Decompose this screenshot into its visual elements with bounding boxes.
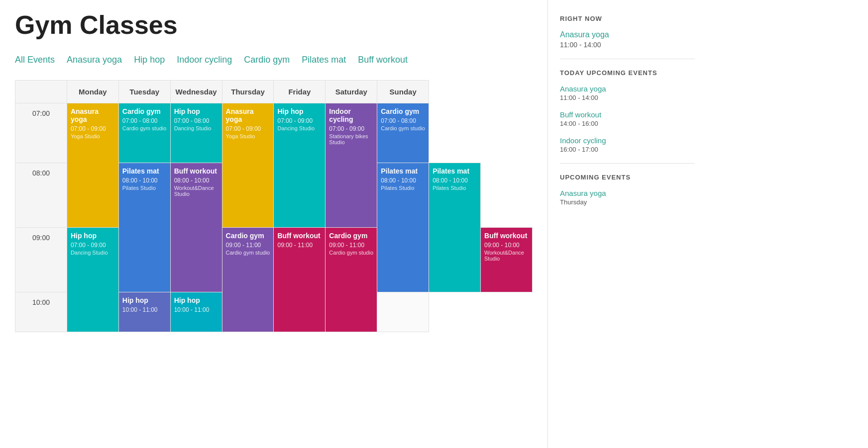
schedule-table: Monday Tuesday Wednesday Thursday Friday… [15,80,533,332]
event-hiphop-wed[interactable]: Hip hop 07:00 - 08:00 Dancing Studio [171,103,222,163]
cell-wed-8[interactable]: Buff workout 08:00 - 10:00 Workout&Dance… [170,163,222,292]
cell-tue-8[interactable]: Pilates mat 08:00 - 10:00 Pilates Studio [118,163,170,292]
upcoming-item-1: Anasura yoga Thursday [560,189,695,206]
col-header-saturday: Saturday [326,81,377,103]
col-header-monday: Monday [67,81,118,103]
cell-sun-9[interactable]: Buff workout 09:00 - 10:00 Workout&Dance… [481,228,533,292]
filter-pilates[interactable]: Pilates mat [302,55,346,65]
cell-tue-7[interactable]: Cardio gym 07:00 - 08:00 Cardio gym stud… [118,103,170,163]
col-header-time [15,81,67,103]
right-now-time: 11:00 - 14:00 [560,41,695,49]
cell-fri-7[interactable]: Hip hop 07:00 - 09:00 Dancing Studio [274,103,326,228]
filter-hiphop[interactable]: Hip hop [134,55,165,65]
upcoming-item-1-link[interactable]: Anasura yoga [560,189,695,197]
time-label-10: 10:00 [15,292,67,332]
time-row-7: 07:00 Anasura yoga 07:00 - 09:00 Yoga St… [15,103,533,163]
event-cardio-sun[interactable]: Cardio gym 07:00 - 08:00 Cardio gym stud… [377,103,429,163]
event-pilates-sun[interactable]: Pilates mat 08:00 - 10:00 Pilates Studio [429,163,480,292]
time-label-9: 09:00 [15,228,67,292]
today-item-3-link[interactable]: Indoor cycling [560,136,695,145]
event-cardio-sat[interactable]: Cardio gym 09:00 - 11:00 Cardio gym stud… [326,228,377,332]
event-hiphop-tue[interactable]: Hip hop 10:00 - 11:00 [119,292,170,332]
event-hiphop-mon[interactable]: Hip hop 07:00 - 09:00 Dancing Studio [67,228,118,332]
today-upcoming-heading: TODAY UPCOMING EVENTS [560,69,695,77]
filter-cardio[interactable]: Cardio gym [244,55,290,65]
col-header-sunday: Sunday [377,81,429,103]
right-now-link[interactable]: Anasura yoga [560,30,695,39]
time-label-7: 07:00 [15,103,67,163]
col-header-friday: Friday [274,81,326,103]
cell-mon-9[interactable]: Hip hop 07:00 - 09:00 Dancing Studio [67,228,118,332]
col-header-wednesday: Wednesday [170,81,222,103]
cell-wed-7[interactable]: Hip hop 07:00 - 08:00 Dancing Studio [170,103,222,163]
today-item-3: Indoor cycling 16:00 - 17:00 [560,136,695,153]
event-hiphop-wed-10[interactable]: Hip hop 10:00 - 11:00 [171,292,222,332]
today-item-1-time: 11:00 - 14:00 [560,94,695,101]
event-anasura-mon[interactable]: Anasura yoga 07:00 - 09:00 Yoga Studio [67,103,118,227]
right-now-item: Anasura yoga 11:00 - 14:00 [560,30,695,49]
event-buff-wed[interactable]: Buff workout 08:00 - 10:00 Workout&Dance… [171,163,222,292]
col-header-tuesday: Tuesday [118,81,170,103]
event-hiphop-fri[interactable]: Hip hop 07:00 - 09:00 Dancing Studio [274,103,325,227]
cell-sun-7[interactable]: Cardio gym 07:00 - 08:00 Cardio gym stud… [377,103,429,163]
cell-fri-9[interactable]: Buff workout 09:00 - 11:00 [274,228,326,332]
event-cardio-tue[interactable]: Cardio gym 07:00 - 08:00 Cardio gym stud… [119,103,170,163]
upcoming-item-1-time: Thursday [560,198,695,206]
today-item-2: Buff workout 14:00 - 16:00 [560,110,695,127]
col-header-thursday: Thursday [222,81,274,103]
cell-sat-9[interactable]: Cardio gym 09:00 - 11:00 Cardio gym stud… [326,228,377,332]
divider-2 [560,163,695,164]
event-cardio-thu[interactable]: Cardio gym 09:00 - 11:00 Cardio gym stud… [222,228,274,332]
right-now-heading: RIGHT NOW [560,15,695,22]
today-item-2-link[interactable]: Buff workout [560,110,695,119]
event-buff-fri[interactable]: Buff workout 09:00 - 11:00 [274,228,325,332]
today-item-1: Anasura yoga 11:00 - 14:00 [560,85,695,101]
cell-sat-7[interactable]: Indoor cycling 07:00 - 09:00 Stationary … [326,103,377,228]
time-label-8: 08:00 [15,163,67,228]
today-item-2-time: 14:00 - 16:00 [560,120,695,127]
event-pilates-fri[interactable]: Pilates mat 08:00 - 10:00 Pilates Studio [377,163,429,292]
today-item-1-link[interactable]: Anasura yoga [560,85,695,93]
sidebar: RIGHT NOW Anasura yoga 11:00 - 14:00 TOD… [547,0,707,448]
cell-thu-7[interactable]: Anasura yoga 07:00 - 09:00 Yoga Studio [222,103,274,228]
today-item-3-time: 16:00 - 17:00 [560,146,695,153]
cell-thu-9[interactable]: Cardio gym 09:00 - 11:00 Cardio gym stud… [222,228,274,332]
page-title: Gym Classes [15,10,533,40]
cell-tue-10[interactable]: Hip hop 10:00 - 11:00 [118,292,170,332]
filter-anasura[interactable]: Anasura yoga [67,55,122,65]
cell-mon-7[interactable]: Anasura yoga 07:00 - 09:00 Yoga Studio [67,103,118,228]
divider-1 [560,59,695,59]
filter-buff[interactable]: Buff workout [358,55,408,65]
event-pilates-tue[interactable]: Pilates mat 08:00 - 10:00 Pilates Studio [119,163,170,292]
cell-sun-8[interactable]: Pilates mat 08:00 - 10:00 Pilates Studio [429,163,481,292]
cell-sun-10 [377,292,429,332]
filter-indoor[interactable]: Indoor cycling [177,55,232,65]
upcoming-heading: UPCOMING EVENTS [560,174,695,181]
cell-fri-8[interactable]: Pilates mat 08:00 - 10:00 Pilates Studio [377,163,429,292]
main-content: Gym Classes All Events Anasura yoga Hip … [0,0,547,448]
filter-nav: All Events Anasura yoga Hip hop Indoor c… [15,55,533,65]
filter-all[interactable]: All Events [15,55,55,65]
event-buff-sun[interactable]: Buff workout 09:00 - 10:00 Workout&Dance… [481,228,532,292]
cell-wed-10[interactable]: Hip hop 10:00 - 11:00 [170,292,222,332]
event-indoor-sat[interactable]: Indoor cycling 07:00 - 09:00 Stationary … [326,103,377,227]
event-anasura-thu[interactable]: Anasura yoga 07:00 - 09:00 Yoga Studio [222,103,274,227]
